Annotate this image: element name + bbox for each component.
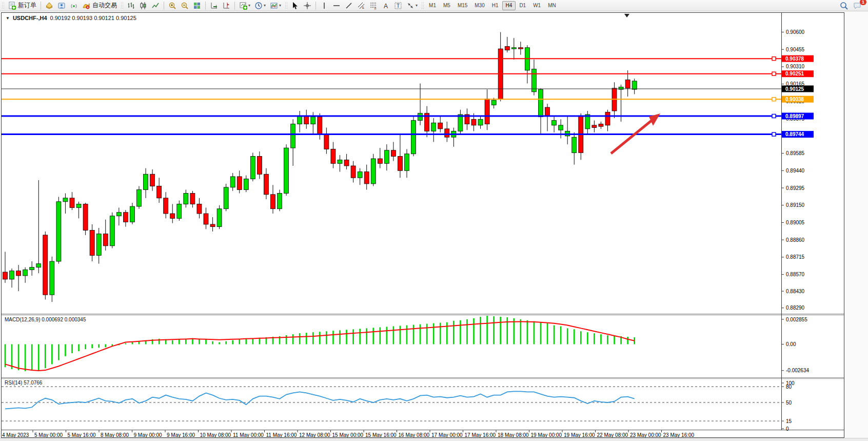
new-order-button[interactable]: 新订单: [6, 1, 38, 11]
svg-text:16 May 08:00: 16 May 08:00: [399, 432, 430, 437]
svg-text:15 May 16:00: 15 May 16:00: [365, 432, 397, 437]
svg-text:0.90310: 0.90310: [786, 64, 805, 69]
timeframe-m5-button[interactable]: M5: [440, 1, 454, 10]
svg-text:5 May 00:00: 5 May 00:00: [34, 432, 63, 437]
toolbar-drag-handle: [421, 2, 424, 10]
trendline-icon: [345, 2, 353, 10]
line-chart-icon: [151, 2, 160, 10]
terminal-button[interactable]: [55, 1, 68, 11]
svg-text:0.89744: 0.89744: [785, 131, 804, 137]
autotrading-label: 自动交易: [92, 1, 117, 10]
text-label-tool-button[interactable]: T: [392, 1, 404, 11]
toolbar-drag-handle: [285, 2, 287, 10]
svg-text:0.89005: 0.89005: [786, 220, 805, 225]
notifications-button[interactable]: 1: [851, 1, 864, 11]
svg-text:0.89295: 0.89295: [786, 185, 805, 191]
candlestick-mode-button[interactable]: [137, 1, 149, 11]
zoom-in-button[interactable]: [166, 1, 179, 11]
svg-text:8 May 08:00: 8 May 08:00: [101, 432, 129, 437]
svg-text:0.90125: 0.90125: [785, 86, 804, 92]
svg-text:17 May 00:00: 17 May 00:00: [431, 432, 463, 437]
clock-icon: [254, 2, 263, 10]
svg-text:0.89440: 0.89440: [786, 168, 805, 174]
new-chart-icon: [239, 2, 247, 10]
svg-text:15: 15: [786, 418, 792, 424]
cursor-icon: [291, 2, 299, 10]
chart-shift-icon: [222, 2, 230, 10]
toolbar-separator: [205, 2, 206, 10]
cursor-tool-button[interactable]: [289, 1, 301, 11]
indicators-button[interactable]: ▾: [268, 1, 283, 11]
chart-canvas[interactable]: 0.906000.904550.903100.901650.900200.898…: [2, 13, 844, 437]
auto-scroll-button[interactable]: [208, 1, 220, 11]
notification-badge: 1: [860, 0, 866, 5]
svg-text:0.88290: 0.88290: [786, 305, 805, 311]
arrows-tool-button[interactable]: ▾: [404, 1, 420, 11]
timeframe-d1-button[interactable]: D1: [516, 1, 529, 10]
timeframe-m1-button[interactable]: M1: [425, 1, 440, 10]
chart-title: ▼ USDCHF-,H4 0.90192 0.90193 0.90121 0.9…: [6, 15, 136, 21]
svg-text:0.90455: 0.90455: [786, 47, 805, 52]
timeframe-m30-button[interactable]: M30: [471, 1, 488, 10]
bar-chart-mode-button[interactable]: [125, 1, 137, 11]
collapse-triangle-icon: ▼: [6, 16, 10, 21]
zoom-out-button[interactable]: [179, 1, 191, 11]
trendline-tool-button[interactable]: [343, 1, 355, 11]
toolbar-separator: [234, 2, 235, 10]
svg-text:9 May 00:00: 9 May 00:00: [134, 432, 162, 437]
chart-window[interactable]: ▼ USDCHF-,H4 0.90192 0.90193 0.90121 0.9…: [1, 12, 844, 438]
timeframe-mn-button[interactable]: MN: [544, 1, 560, 10]
channel-tool-button[interactable]: E: [355, 1, 367, 11]
macd-histogram: [5, 316, 635, 371]
autotrading-button[interactable]: 自动交易: [80, 1, 119, 11]
timeframe-w1-button[interactable]: W1: [529, 1, 544, 10]
trend-arrow-annotation[interactable]: [611, 113, 660, 154]
chart-symbol-period: USDCHF-,H4: [13, 15, 47, 21]
chart-shift-marker: [624, 14, 629, 17]
svg-text:17 May 16:00: 17 May 16:00: [465, 432, 496, 437]
profiles-button[interactable]: [43, 1, 55, 11]
autotrading-icon: [82, 2, 90, 10]
chart-shift-button[interactable]: [220, 1, 232, 11]
vertical-line-tool-button[interactable]: [318, 1, 330, 11]
dropdown-arrow-icon: ▾: [248, 3, 250, 8]
fibonacci-icon: F: [369, 2, 378, 10]
periods-button[interactable]: ▾: [252, 1, 268, 11]
search-button[interactable]: [837, 1, 851, 11]
price-level-lines[interactable]: [2, 57, 781, 136]
svg-text:E: E: [362, 6, 364, 9]
new-order-label: 新订单: [18, 1, 36, 10]
svg-text:0.89585: 0.89585: [786, 150, 805, 156]
signals-button[interactable]: [68, 1, 80, 11]
timeframe-m15-button[interactable]: M15: [454, 1, 471, 10]
horizontal-line-tool-button[interactable]: [330, 1, 343, 11]
svg-text:T: T: [397, 3, 400, 9]
tile-windows-button[interactable]: [191, 1, 203, 11]
macd-indicator-label: MACD(12,26,9) 0.000692 0.000345: [5, 317, 86, 322]
tile-windows-icon: [193, 2, 201, 10]
line-chart-mode-button[interactable]: [149, 1, 162, 11]
macd-axis: 0.0028550.00-0.002634: [781, 317, 809, 374]
svg-text:18 May 08:00: 18 May 08:00: [498, 432, 529, 437]
svg-text:10 May 08:00: 10 May 08:00: [200, 432, 231, 437]
svg-text:0.88570: 0.88570: [786, 272, 805, 277]
svg-text:0.89150: 0.89150: [786, 202, 805, 208]
new-chart-button[interactable]: ▾: [237, 1, 252, 11]
charts-profile-icon: [45, 2, 53, 10]
dropdown-arrow-icon: ▾: [264, 3, 266, 8]
horizontal-line-icon: [332, 2, 341, 10]
vertical-line-icon: [320, 2, 328, 10]
toolbar-drag-handle: [121, 2, 123, 10]
crosshair-tool-button[interactable]: [301, 1, 313, 11]
timeframe-h1-button[interactable]: H1: [488, 1, 502, 10]
svg-text:11 May 00:00: 11 May 00:00: [233, 432, 264, 437]
svg-text:5 May 16:00: 5 May 16:00: [68, 432, 96, 437]
signals-icon: [70, 2, 78, 10]
timeframe-h4-button[interactable]: H4: [502, 1, 516, 10]
fibonacci-tool-button[interactable]: F: [367, 1, 380, 11]
text-tool-button[interactable]: A: [380, 1, 392, 11]
equidistant-channel-icon: E: [357, 2, 365, 10]
candlestick-series: [3, 32, 637, 302]
chart-ohlc-values: 0.90192 0.90193 0.90121 0.90125: [50, 15, 136, 21]
crosshair-icon: [303, 2, 311, 10]
